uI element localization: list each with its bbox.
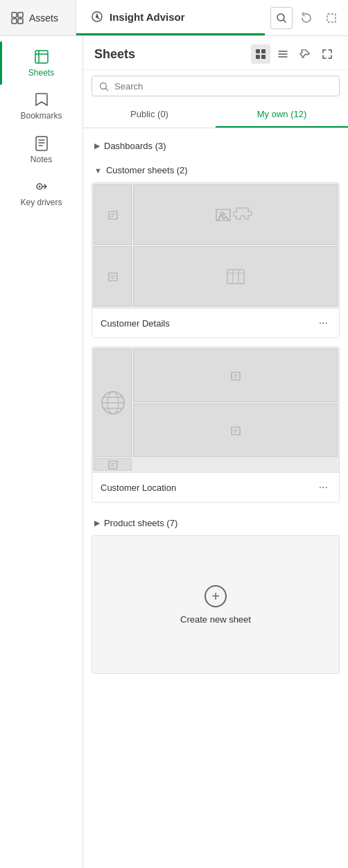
svg-rect-0 — [12, 12, 17, 17]
svg-rect-12 — [256, 49, 260, 53]
sheet-card-customer-location[interactable]: Customer Location ··· — [92, 347, 340, 503]
preview-cell-tr — [133, 184, 338, 245]
search-icon — [99, 80, 109, 92]
tab-public[interactable]: Public (0) — [83, 102, 216, 128]
customer-details-more-button[interactable]: ··· — [316, 315, 331, 331]
bookmarks-icon — [34, 92, 49, 108]
key-drivers-icon — [33, 178, 50, 195]
plus-icon: + — [205, 585, 227, 607]
top-bar: Assets Insight Advisor — [0, 0, 348, 36]
svg-rect-13 — [261, 49, 266, 53]
svg-point-11 — [38, 185, 40, 187]
customer-location-name: Customer Location — [101, 483, 176, 493]
refresh-button[interactable] — [295, 7, 317, 29]
sidebar-key-drivers-label: Key drivers — [20, 198, 62, 207]
svg-rect-8 — [35, 51, 48, 63]
sheet-card-customer-details[interactable]: Customer Details ··· — [92, 182, 340, 338]
customer-details-footer: Customer Details ··· — [92, 308, 339, 338]
grid-icon — [11, 12, 24, 24]
preview-loc-globe — [94, 349, 132, 457]
sidebar-bookmarks-label: Bookmarks — [20, 111, 62, 121]
svg-rect-1 — [18, 12, 23, 17]
expand-button[interactable] — [317, 44, 337, 64]
dashboards-label: Dashboards (3) — [104, 141, 166, 151]
svg-rect-14 — [256, 55, 260, 59]
sidebar-sheets-label: Sheets — [28, 68, 54, 78]
sidebar: Sheets Bookmarks Notes — [0, 36, 83, 868]
sheets-icon — [33, 49, 50, 65]
sheets-header: Sheets — [83, 36, 348, 70]
create-new-sheet-card[interactable]: + Create new sheet — [92, 535, 340, 674]
assets-tab[interactable]: Assets — [0, 0, 76, 35]
sidebar-item-bookmarks[interactable]: Bookmarks — [0, 85, 82, 128]
customer-location-footer: Customer Location ··· — [92, 472, 339, 502]
customer-location-more-button[interactable]: ··· — [316, 480, 331, 495]
preview-loc-ml — [133, 403, 338, 457]
sidebar-item-sheets[interactable]: Sheets — [0, 42, 82, 85]
preview-cell-bl — [94, 246, 132, 306]
svg-rect-9 — [36, 137, 47, 150]
section-dashboards[interactable]: ▶ Dashboards (3) — [92, 134, 340, 158]
insight-advisor-tab[interactable]: Insight Advisor — [76, 0, 265, 35]
chevron-right-icon-2: ▶ — [94, 519, 100, 528]
sidebar-item-key-drivers[interactable]: Key drivers — [0, 171, 82, 214]
tabs: Public (0) My own (12) — [83, 102, 348, 128]
tab-my-own[interactable]: My own (12) — [216, 102, 348, 128]
sheets-content: ▶ Dashboards (3) ▼ Customer sheets (2) — [83, 128, 348, 868]
notes-icon — [34, 134, 49, 151]
content-panel: Sheets — [83, 36, 348, 868]
preview-cell-tl — [94, 184, 132, 245]
search-input[interactable] — [114, 81, 332, 92]
svg-rect-2 — [12, 19, 17, 24]
create-label: Create new sheet — [180, 614, 251, 625]
section-product-sheets[interactable]: ▶ Product sheets (7) — [92, 511, 340, 535]
preview-grid — [92, 183, 339, 308]
insight-icon — [90, 10, 104, 24]
svg-rect-7 — [327, 14, 336, 22]
svg-rect-17 — [227, 270, 244, 284]
preview-cell-br — [133, 246, 338, 306]
search-box — [92, 76, 340, 96]
assets-label: Assets — [29, 12, 58, 24]
svg-point-5 — [96, 15, 98, 18]
preview-location-grid — [92, 347, 339, 472]
customer-details-preview — [92, 183, 339, 308]
customer-details-name: Customer Details — [101, 318, 170, 329]
svg-rect-15 — [261, 55, 266, 59]
customer-location-preview — [92, 347, 339, 472]
list-view-button[interactable] — [273, 44, 293, 64]
grid-view-button[interactable] — [251, 44, 270, 64]
section-customer-sheets[interactable]: ▼ Customer sheets (2) — [92, 158, 340, 182]
top-actions — [265, 0, 348, 35]
sheets-title: Sheets — [94, 47, 135, 62]
insight-label: Insight Advisor — [110, 11, 185, 23]
svg-rect-3 — [18, 19, 23, 24]
main-layout: Sheets Bookmarks Notes — [0, 36, 348, 868]
pin-button[interactable] — [295, 44, 315, 64]
product-sheets-label: Product sheets (7) — [104, 518, 177, 528]
sidebar-notes-label: Notes — [31, 155, 52, 164]
search-button[interactable] — [270, 7, 293, 29]
chevron-down-icon: ▼ — [94, 166, 102, 175]
preview-loc-bl — [94, 458, 132, 471]
preview-loc-tl — [133, 349, 338, 402]
sidebar-item-notes[interactable]: Notes — [0, 128, 82, 171]
chevron-right-icon: ▶ — [94, 141, 100, 150]
sheets-view-actions — [251, 44, 337, 64]
customer-sheets-label: Customer sheets (2) — [106, 165, 188, 175]
select-button[interactable] — [320, 7, 342, 29]
